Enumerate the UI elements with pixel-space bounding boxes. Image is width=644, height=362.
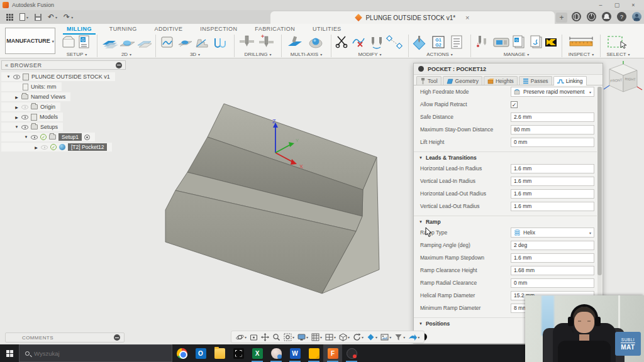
tree-item-pocket12[interactable]: ▶✓[T2] Pocket12	[1, 143, 112, 151]
redo-button[interactable]: ↷▾	[64, 11, 73, 23]
visibility-cube-button[interactable]: ▾	[338, 333, 351, 341]
document-tab[interactable]: PLUNGE OUTSIDE STOCK v1* ×	[270, 11, 555, 24]
search-input[interactable]	[34, 350, 147, 357]
allow-rapid-retract-checkbox[interactable]: ✓	[511, 101, 518, 108]
tree-item-models[interactable]: ▶Models	[1, 112, 63, 121]
tab-additive[interactable]: ADDITIVE	[146, 25, 192, 34]
tab-inspection[interactable]: INSPECTION	[191, 25, 246, 34]
app-grid-button[interactable]	[6, 11, 13, 23]
group-label-modify[interactable]: MODIFY▾	[358, 52, 381, 57]
drill-deep-icon[interactable]: +	[259, 33, 274, 47]
replace-tool-icon[interactable]	[372, 37, 382, 48]
new-tab-button[interactable]: +	[556, 13, 567, 23]
stock-image-button[interactable]: ▾	[379, 333, 392, 341]
visibility-eye-off-icon[interactable]	[21, 105, 28, 109]
templates-icon[interactable]	[531, 36, 541, 48]
kennametal-logo-icon[interactable]	[545, 38, 557, 47]
section-leads-transitions[interactable]: ▼Leads & Transitions	[414, 151, 597, 162]
tree-item-document[interactable]: ▼PLUNGE OUTSIDE STOCK v1	[1, 72, 115, 81]
new-setup-icon[interactable]	[63, 36, 74, 47]
group-label-manage[interactable]: MANAGE▾	[504, 52, 530, 57]
taskbar-search[interactable]	[19, 344, 172, 362]
tree-item-setup1[interactable]: ▼✓Setup1	[1, 133, 95, 141]
dialog-tab-heights[interactable]: Heights	[484, 76, 518, 85]
zoom-button[interactable]	[271, 333, 282, 341]
group-label-inspect[interactable]: INSPECT▾	[569, 52, 594, 57]
taskbar-chrome[interactable]	[172, 344, 191, 362]
ramp-type-dropdown[interactable]: Helix▾	[511, 228, 594, 238]
filter-button[interactable]: ▾	[393, 333, 406, 341]
ramp-radial-clearance-input[interactable]	[511, 278, 594, 288]
tree-item-origin[interactable]: ▶Origin	[1, 102, 60, 111]
group-label-setup[interactable]: SETUP▾	[67, 52, 87, 57]
file-menu-button[interactable]: ▾	[19, 11, 28, 23]
v-leadin-radius-input[interactable]	[511, 177, 594, 186]
section-ramp[interactable]: ▼Ramp	[414, 216, 597, 226]
h-leadout-radius-input[interactable]	[511, 189, 594, 199]
jump-to-button[interactable]: ▾	[407, 333, 421, 341]
start-button[interactable]	[0, 344, 19, 362]
comments-bar[interactable]: COMMENTS	[5, 332, 125, 343]
machine-library-icon[interactable]	[494, 38, 509, 47]
measure-icon[interactable]	[570, 37, 592, 47]
2d-pocket-icon[interactable]	[120, 41, 135, 46]
visibility-eye-icon[interactable]	[13, 75, 20, 79]
browser-options-icon[interactable]	[116, 62, 122, 69]
taskbar-excel[interactable]: X	[248, 344, 267, 362]
tool-orientation-button[interactable]: ▾	[365, 333, 379, 341]
simulate-refresh-button[interactable]: ▾	[352, 333, 365, 341]
2d-adaptive-icon[interactable]	[103, 41, 118, 48]
tab-fabrication[interactable]: FABRICATION	[246, 25, 304, 34]
v-leadout-radius-input[interactable]	[511, 202, 594, 211]
lift-height-input[interactable]	[511, 138, 594, 147]
2d-face-icon[interactable]	[138, 41, 152, 47]
setup-sheet-icon[interactable]	[452, 36, 462, 48]
active-setup-radio-icon[interactable]	[84, 134, 90, 140]
undo-button[interactable]: ↶▾	[48, 11, 57, 23]
taskbar-explorer[interactable]	[210, 344, 229, 362]
taskbar-capture[interactable]	[229, 344, 248, 362]
pan-button[interactable]	[260, 333, 270, 341]
minimize-button[interactable]: –	[592, 1, 609, 9]
ramping-angle-input[interactable]	[511, 241, 594, 250]
select-icon[interactable]	[608, 36, 626, 48]
ramp-clearance-height-input[interactable]	[511, 266, 594, 275]
tool-library-icon[interactable]	[477, 36, 486, 47]
taskbar-3d-app[interactable]	[267, 344, 286, 362]
rotary-icon[interactable]	[309, 38, 322, 48]
tree-item-setups[interactable]: ▼Setups	[1, 123, 63, 131]
drill-icon[interactable]	[240, 36, 254, 47]
dialog-tab-geometry[interactable]: Geometry	[443, 76, 482, 85]
look-at-button[interactable]	[248, 333, 259, 341]
dialog-tab-linking[interactable]: Linking	[553, 76, 587, 85]
taskbar-fusion[interactable]: F	[323, 344, 342, 362]
gcode-document-icon[interactable]: G	[79, 36, 89, 48]
taskbar-recorder[interactable]	[342, 344, 361, 362]
tab-turning[interactable]: TURNING	[101, 25, 146, 34]
tab-milling[interactable]: MILLING	[58, 25, 101, 34]
dialog-tab-passes[interactable]: Passes	[519, 76, 552, 85]
save-button[interactable]	[35, 11, 42, 23]
dialog-tab-tool[interactable]: Tool	[416, 76, 441, 85]
browser-collapse-icon[interactable]: «	[5, 62, 9, 69]
group-label-drilling[interactable]: DRILLING▾	[245, 52, 272, 57]
group-label-2d[interactable]: 2D▾	[121, 52, 131, 57]
max-ramp-stepdown-input[interactable]	[511, 253, 594, 263]
max-stay-down-input[interactable]	[511, 125, 594, 134]
grid-snaps-button[interactable]: ▾	[310, 333, 323, 341]
document-tab-close-icon[interactable]: ×	[465, 14, 469, 21]
dialog-grip-icon[interactable]	[418, 66, 424, 72]
group-label-select[interactable]: SELECT▾	[606, 52, 630, 57]
group-label-actions[interactable]: ACTIONS▾	[426, 52, 453, 57]
notifications-bell-icon[interactable]	[602, 12, 611, 21]
comments-options-icon[interactable]	[114, 334, 120, 341]
user-avatar[interactable]	[632, 12, 641, 21]
3d-adaptive-icon[interactable]	[162, 37, 172, 47]
3d-spiral-icon[interactable]	[215, 38, 225, 47]
display-settings-button[interactable]: ▾	[296, 333, 309, 341]
maximize-button[interactable]: ▢	[609, 1, 625, 9]
3d-pocket-icon[interactable]	[179, 41, 192, 47]
safe-distance-input[interactable]	[511, 112, 594, 122]
fit-button[interactable]: ▾	[282, 333, 296, 341]
taskbar-notes[interactable]	[304, 344, 323, 362]
